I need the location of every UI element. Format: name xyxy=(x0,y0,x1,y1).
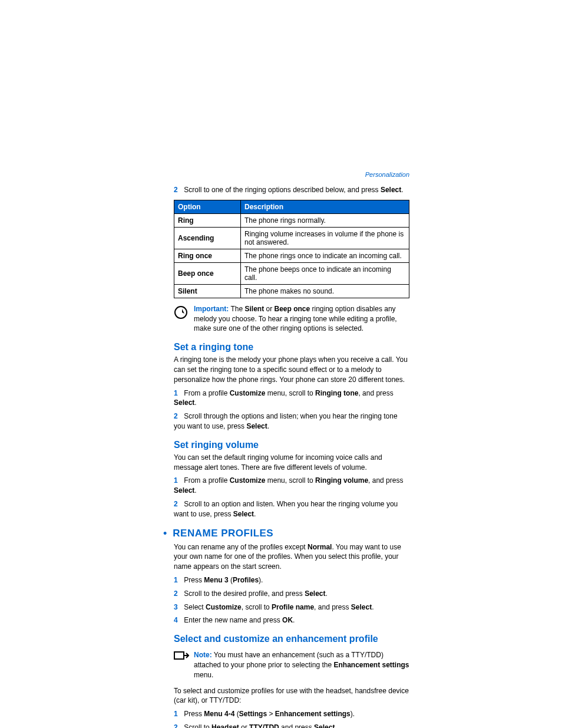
step-line: 2 Scroll to the desired profile, and pre… xyxy=(174,589,409,599)
table-row: AscendingRinging volume increases in vol… xyxy=(174,227,409,249)
important-callout: Important: The Silent or Beep once ringi… xyxy=(174,304,409,334)
heading-ringing-volume: Set ringing volume xyxy=(174,440,409,450)
step-line: 2 Scroll to one of the ringing options d… xyxy=(174,185,409,195)
th-option: Option xyxy=(174,200,241,213)
para-enhancement: To select and customize profiles for use… xyxy=(174,686,409,706)
cell-desc: The phone rings once to indicate an inco… xyxy=(241,249,409,262)
heading-ringing-tone: Set a ringing tone xyxy=(174,342,409,353)
breadcrumb: Personalization xyxy=(174,171,409,178)
para-ringing-volume: You can set the default ringing volume f… xyxy=(174,453,409,473)
step-line: 3 Select Customize, scroll to Profile na… xyxy=(174,602,409,612)
important-text: Important: The Silent or Beep once ringi… xyxy=(194,304,409,334)
step-line: 4 Enter the new name and press OK. xyxy=(174,615,409,625)
cell-desc: The phone makes no sound. xyxy=(241,284,409,298)
cell-desc: Ringing volume increases in volume if th… xyxy=(241,227,409,249)
cell-option: Ascending xyxy=(174,227,241,249)
step-line: 2 Scroll to an option and listen. When y… xyxy=(174,499,409,519)
step-number: 1 xyxy=(174,388,182,398)
step-post: . xyxy=(401,186,403,194)
cell-desc: The phone rings normally. xyxy=(241,213,409,227)
svg-rect-1 xyxy=(174,652,184,659)
step-bold: Select xyxy=(381,186,401,194)
step-line: 2 Scroll through the options and listen;… xyxy=(174,411,409,431)
table-row: Beep onceThe phone beeps once to indicat… xyxy=(174,262,409,284)
step-number: 2 xyxy=(174,589,182,599)
step-number: 2 xyxy=(174,185,182,195)
th-description: Description xyxy=(241,200,409,213)
cell-option: Silent xyxy=(174,284,241,298)
step-number: 1 xyxy=(174,575,182,585)
cell-option: Ring once xyxy=(174,249,241,262)
note-text: Note: You must have an enhancement (such… xyxy=(194,650,409,680)
important-icon xyxy=(174,305,190,321)
table-row: Ring onceThe phone rings once to indicat… xyxy=(174,249,409,262)
para-ringing-tone: A ringing tone is the melody your phone … xyxy=(174,355,409,384)
step-line: 2 Scroll to Headset or TTY/TDD and press… xyxy=(174,723,409,728)
document-page: Personalization 2 Scroll to one of the r… xyxy=(174,171,409,728)
step-number: 2 xyxy=(174,411,182,421)
note-callout: Note: You must have an enhancement (such… xyxy=(174,650,409,680)
step-number: 4 xyxy=(174,615,182,625)
important-label: Important: xyxy=(194,305,229,313)
step-number: 3 xyxy=(174,602,182,612)
step-number: 2 xyxy=(174,499,182,509)
note-label: Note: xyxy=(194,651,212,659)
step-number: 1 xyxy=(174,709,182,719)
step-line: 1 Press Menu 3 (Profiles). xyxy=(174,575,409,585)
heading-enhancement: Select and customize an enhancement prof… xyxy=(174,634,409,644)
step-text: Scroll to one of the ringing options des… xyxy=(184,186,381,194)
bullet-icon: • xyxy=(163,528,167,540)
para-rename: You can rename any of the profiles excep… xyxy=(174,542,409,572)
step-line: 1 From a profile Customize menu, scroll … xyxy=(174,388,409,409)
cell-option: Beep once xyxy=(174,262,241,284)
cell-desc: The phone beeps once to indicate an inco… xyxy=(241,262,409,284)
cell-option: Ring xyxy=(174,213,241,227)
heading-rename-profiles: RENAME PROFILES xyxy=(173,528,273,539)
step-number: 2 xyxy=(174,723,182,728)
step-number: 1 xyxy=(174,476,182,486)
section-row: • RENAME PROFILES xyxy=(174,528,409,540)
options-table: Option Description RingThe phone rings n… xyxy=(174,200,409,298)
svg-point-0 xyxy=(175,307,187,318)
table-row: SilentThe phone makes no sound. xyxy=(174,284,409,298)
note-icon xyxy=(174,651,190,665)
table-row: RingThe phone rings normally. xyxy=(174,213,409,227)
step-line: 1 Press Menu 4-4 (Settings > Enhancement… xyxy=(174,709,409,719)
step-line: 1 From a profile Customize menu, scroll … xyxy=(174,476,409,496)
